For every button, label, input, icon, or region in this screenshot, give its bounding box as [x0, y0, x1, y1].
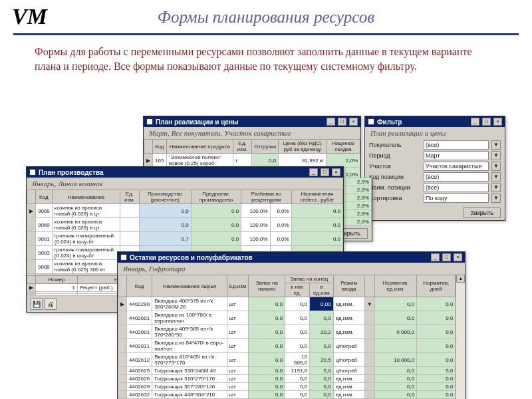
col-header[interactable]: Норматив, ед.изм. — [374, 275, 417, 297]
table-row: 9091грильяж глазированный (0.024) в шоу-… — [27, 232, 343, 246]
table-row: 4402801Вкладыш 405*365 из г/к 370*280*50… — [118, 325, 456, 339]
min-button[interactable]: _ — [431, 253, 440, 261]
intro-text: Формы для работы с переменными ресурсами… — [0, 35, 532, 80]
scroll-track[interactable] — [456, 283, 465, 399]
col-header[interactable]: Разбивка по рецептурам — [241, 190, 292, 204]
filter-label: Сортировка — [369, 195, 421, 201]
col-header[interactable]: Режим ввода — [333, 275, 364, 297]
dropdown-button[interactable]: ▼ — [491, 183, 501, 192]
table-row: 4402811Вкладыш из 84*470/ в евро-паллонш… — [118, 339, 456, 353]
close-button[interactable]: × — [454, 253, 462, 261]
filter-value[interactable]: Март — [424, 151, 489, 160]
filter-value[interactable]: По коду — [424, 194, 489, 203]
close-window-button[interactable]: Закрыть — [463, 207, 501, 218]
min-button[interactable]: _ — [471, 118, 479, 126]
close-button[interactable]: × — [349, 118, 358, 126]
col-subheader[interactable]: в нат. ед. — [285, 283, 310, 297]
col-header[interactable]: Наименование — [52, 190, 120, 204]
table-row: 4402626Гофроящик 310*270*170шт0,00,00,0е… — [118, 375, 456, 383]
filter-value[interactable]: Участок сахаристые — [424, 162, 489, 171]
min-button[interactable]: _ — [309, 168, 318, 176]
vertical-scrollbar: ▲ ▼ — [456, 275, 465, 399]
table-row: ▶4402290Вкладыш 400*375 из г/к 360*260M … — [118, 297, 456, 311]
max-button[interactable]: □ — [482, 118, 491, 126]
close-button[interactable]: × — [493, 118, 502, 126]
col-header[interactable]: Номер — [36, 276, 78, 284]
filter-value[interactable]: (все) — [424, 140, 489, 150]
table-row: 4402601Вкладыш из 100*780/ в европаллонш… — [118, 311, 456, 325]
logo: VM — [12, 4, 47, 29]
print-icon[interactable]: 🖨 — [45, 298, 57, 310]
window-title: План реализации и цены — [156, 118, 324, 126]
table-row: 4402629Гофроящик 367*283*126шт0,00,00,0е… — [118, 383, 456, 391]
dropdown-button[interactable]: ▼ — [491, 140, 501, 150]
filter-label: Участок — [369, 163, 421, 170]
min-button[interactable]: _ — [327, 118, 335, 126]
titlebar[interactable]: План реализации и цены _ □ × — [144, 116, 360, 127]
stock-grid[interactable]: Код Наименование сырья Ед.изм Запас на н… — [118, 275, 456, 399]
col-header[interactable]: Назначенная себест., руб/е — [291, 190, 342, 204]
filter-label: Наим. позиции — [369, 184, 421, 191]
filter-value[interactable]: (все) — [424, 183, 489, 192]
titlebar[interactable]: План производства _ □ × — [27, 167, 343, 178]
filter-subtitle: План реализации и цены — [365, 127, 505, 139]
titlebar[interactable]: Фильтр _ □ × — [365, 116, 505, 127]
col-header[interactable]: Код — [127, 275, 152, 297]
max-button[interactable]: □ — [338, 118, 346, 126]
window-subtitle: Январь, Линия козинак — [27, 178, 343, 190]
scroll-up-button[interactable]: ▲ — [456, 275, 465, 283]
col-header[interactable]: Цена (без НДС) руб за единицу — [279, 140, 327, 154]
col-header[interactable]: Запас на начало — [249, 275, 285, 297]
col-header[interactable]: Отгрузка — [252, 140, 279, 154]
dropdown-button[interactable]: ▼ — [491, 194, 501, 203]
max-button[interactable]: □ — [321, 168, 329, 176]
col-header[interactable]: Производство (расчетное) — [139, 190, 191, 204]
filter-label: Период — [369, 152, 421, 159]
window-subtitle: Январь, Гофротара — [118, 263, 465, 275]
close-button[interactable]: × — [332, 168, 340, 176]
col-header[interactable]: Ед. изм. — [233, 140, 252, 154]
filter-value[interactable]: (все) — [424, 172, 489, 182]
col-subheader[interactable]: в ед.изм — [310, 283, 334, 297]
table-row: 4402632Гофроящик 448*304*210шт0,00,00,0е… — [118, 391, 456, 399]
col-header[interactable]: Предполаг. производство — [191, 190, 241, 204]
col-header[interactable]: Норматив, дней — [417, 275, 456, 297]
window-title: Остатки ресурсов и полуфабрикатов — [130, 254, 428, 261]
table-row: 4402612Вкладыш 410*405/ из г/к 370*273*1… — [118, 353, 456, 367]
col-header[interactable]: Код — [36, 190, 53, 204]
window-title: Фильтр — [377, 118, 468, 126]
window-filter: Фильтр _ □ × План реализации и цены Поку… — [364, 116, 505, 221]
col-header[interactable]: Наименование сырья — [152, 275, 227, 297]
sys-icon — [120, 254, 127, 261]
table-row: ▶9068козинак из арахиса новый (0.028) в … — [27, 204, 343, 218]
dropdown-button[interactable]: ▼ — [491, 162, 501, 171]
col-header[interactable]: Наименование продукта — [166, 140, 233, 154]
filter-label: Покупатель — [369, 142, 421, 148]
filter-label: Код позиции — [369, 174, 421, 180]
col-header[interactable]: Запас на конец — [285, 275, 334, 283]
page-title: Формы планирования ресурсов — [13, 8, 519, 27]
sys-icon — [146, 118, 153, 125]
window-subtitle: Март, Все покупатели, Участок сахаристые — [144, 127, 360, 139]
table-row: ▶165"Эскимосное полено" новое (0.25) кор… — [144, 154, 360, 168]
col-header[interactable]: Наценка/скидка — [327, 140, 360, 154]
dropdown-button[interactable]: ▼ — [491, 172, 501, 182]
window-stock: Остатки ресурсов и полуфабрикатов _ □ × … — [117, 251, 466, 399]
table-row: 9069козинак из арахиса новый (0.028) в ц… — [27, 218, 343, 232]
window-title: План производства — [39, 169, 307, 176]
titlebar[interactable]: Остатки ресурсов и полуфабрикатов _ □ × — [118, 252, 465, 263]
sys-icon — [29, 169, 36, 176]
dropdown-button[interactable]: ▼ — [491, 151, 501, 160]
col-header[interactable]: Ед.изм — [227, 275, 249, 297]
col-header[interactable]: Ед. изм. — [120, 190, 139, 204]
sys-icon — [368, 118, 374, 125]
table-row: 4402625Гофроящик 330*240M 40шт0,01191,85… — [118, 367, 456, 375]
save-icon[interactable]: 💾 — [31, 298, 43, 310]
max-button[interactable]: □ — [442, 253, 451, 261]
col-header[interactable]: Код — [153, 140, 167, 154]
